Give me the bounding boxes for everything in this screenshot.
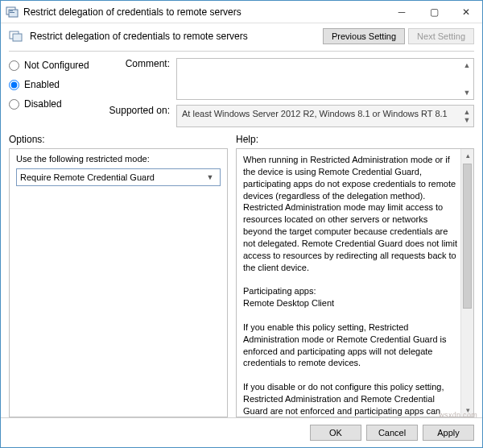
chevron-down-icon: ▼ bbox=[204, 171, 217, 184]
radio-disabled-input[interactable] bbox=[9, 99, 19, 110]
radio-not-configured-input[interactable] bbox=[9, 60, 19, 71]
help-pane: When running in Restricted Administratio… bbox=[236, 148, 474, 417]
apply-button[interactable]: Apply bbox=[423, 425, 474, 441]
scroll-up-icon[interactable]: ▴ bbox=[461, 149, 474, 162]
scroll-down-icon[interactable]: ▾ bbox=[461, 404, 474, 417]
next-setting-button: Next Setting bbox=[408, 28, 474, 44]
supported-label: Supported on: bbox=[105, 105, 170, 127]
policy-icon bbox=[9, 30, 23, 43]
radio-disabled-label: Disabled bbox=[24, 98, 62, 110]
previous-setting-button[interactable]: Previous Setting bbox=[323, 28, 405, 44]
radio-enabled[interactable]: Enabled bbox=[9, 79, 105, 90]
supported-scrollbar: ▲ ▼ bbox=[462, 107, 472, 125]
footer: OK Cancel Apply bbox=[1, 417, 482, 447]
config-row: Not Configured Enabled Disabled Comment:… bbox=[1, 58, 482, 127]
options-pane: Use the following restricted mode: Requi… bbox=[9, 148, 228, 417]
window-title: Restrict delegation of credentials to re… bbox=[23, 6, 386, 18]
separator bbox=[9, 51, 474, 52]
radio-enabled-input[interactable] bbox=[9, 80, 19, 90]
supported-value: At least Windows Server 2012 R2, Windows… bbox=[182, 109, 448, 118]
help-scrollbar[interactable]: ▴ ▾ bbox=[460, 149, 473, 417]
svg-rect-5 bbox=[13, 34, 22, 41]
radio-not-configured[interactable]: Not Configured bbox=[9, 60, 105, 71]
comment-field[interactable]: ▲ ▼ bbox=[176, 58, 474, 100]
restricted-mode-value: Require Remote Credential Guard bbox=[20, 172, 204, 182]
help-text: When running in Restricted Administratio… bbox=[243, 154, 459, 417]
supported-field: At least Windows Server 2012 R2, Windows… bbox=[176, 105, 474, 127]
scroll-down-icon[interactable]: ▼ bbox=[462, 88, 472, 97]
options-label: Options: bbox=[9, 134, 228, 145]
minimize-button[interactable]: ─ bbox=[386, 1, 418, 23]
gpedit-dialog: Restrict delegation of credentials to re… bbox=[0, 0, 483, 448]
titlebar: Restrict delegation of credentials to re… bbox=[1, 1, 482, 23]
scrollbar-thumb[interactable] bbox=[463, 164, 472, 309]
scroll-up-icon[interactable]: ▲ bbox=[462, 60, 472, 70]
maximize-button[interactable]: ▢ bbox=[418, 1, 450, 23]
radio-enabled-label: Enabled bbox=[24, 79, 60, 90]
ok-button[interactable]: OK bbox=[310, 425, 361, 441]
cancel-button[interactable]: Cancel bbox=[366, 425, 418, 441]
header-title: Restrict delegation of credentials to re… bbox=[30, 31, 316, 42]
restricted-mode-label: Use the following restricted mode: bbox=[16, 154, 221, 164]
radio-disabled[interactable]: Disabled bbox=[9, 98, 105, 110]
close-button[interactable]: ✕ bbox=[450, 1, 482, 23]
restricted-mode-select[interactable]: Require Remote Credential Guard ▼ bbox=[16, 168, 221, 186]
state-radios: Not Configured Enabled Disabled bbox=[9, 58, 105, 127]
comment-scrollbar[interactable]: ▲ ▼ bbox=[462, 60, 472, 97]
svg-rect-3 bbox=[10, 12, 14, 13]
svg-rect-2 bbox=[10, 10, 13, 11]
radio-not-configured-label: Not Configured bbox=[24, 60, 89, 71]
app-icon bbox=[6, 6, 19, 19]
scroll-down-icon: ▼ bbox=[462, 115, 472, 125]
comment-label: Comment: bbox=[105, 58, 170, 100]
help-label: Help: bbox=[236, 134, 474, 145]
header: Restrict delegation of credentials to re… bbox=[1, 23, 482, 48]
